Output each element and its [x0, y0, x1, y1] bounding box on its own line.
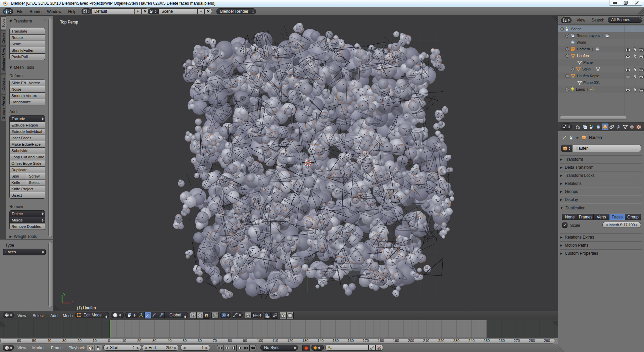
svg-text:x: x	[71, 300, 73, 303]
svg-text:y: y	[63, 292, 65, 296]
